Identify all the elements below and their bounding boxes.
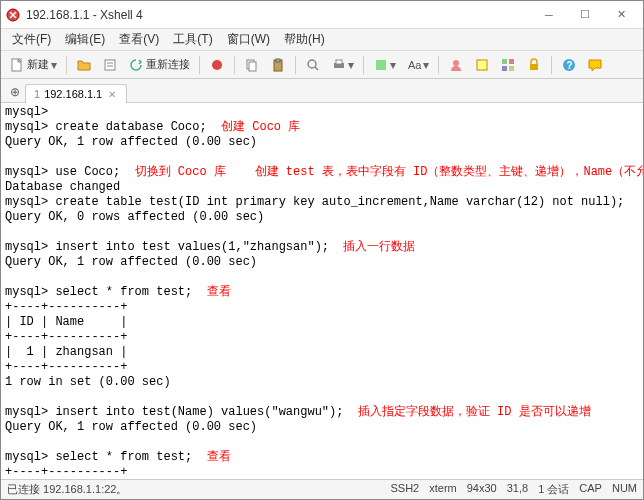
find-button[interactable]: [301, 54, 325, 76]
separator: [199, 56, 200, 74]
reconnect-icon: [128, 57, 144, 73]
status-connection: 已连接 192.168.1.1:22。: [7, 482, 390, 497]
open-button[interactable]: [72, 54, 96, 76]
lock-icon: [526, 57, 542, 73]
separator: [551, 56, 552, 74]
help-icon: ?: [561, 57, 577, 73]
search-icon: [305, 57, 321, 73]
tab-close-icon[interactable]: ✕: [106, 89, 118, 100]
script-button[interactable]: [470, 54, 494, 76]
user-icon: [448, 57, 464, 73]
reconnect-button[interactable]: 重新连接: [124, 54, 194, 76]
svg-rect-21: [509, 66, 514, 71]
new-button[interactable]: 新建 ▾: [5, 54, 61, 76]
color-icon: [373, 57, 389, 73]
status-term: xterm: [429, 482, 457, 497]
disconnect-button[interactable]: [205, 54, 229, 76]
user-button[interactable]: [444, 54, 468, 76]
maximize-button[interactable]: ☐: [567, 3, 603, 27]
paste-icon: [270, 57, 286, 73]
svg-point-5: [212, 60, 222, 70]
terminal[interactable]: mysql> mysql> create database Coco; 创建 C…: [1, 103, 643, 479]
menu-window[interactable]: 窗口(W): [220, 29, 277, 50]
tab-title: 192.168.1.1: [44, 88, 102, 100]
separator: [363, 56, 364, 74]
separator: [234, 56, 235, 74]
new-icon: [9, 57, 25, 73]
minimize-button[interactable]: ─: [531, 3, 567, 27]
print-button[interactable]: ▾: [327, 54, 358, 76]
svg-rect-19: [509, 59, 514, 64]
folder-icon: [76, 57, 92, 73]
window-title: 192.168.1.1 - Xshell 4: [26, 8, 531, 22]
svg-point-10: [308, 60, 316, 68]
svg-rect-20: [502, 66, 507, 71]
status-cursor: 31,8: [507, 482, 528, 497]
separator: [438, 56, 439, 74]
titlebar: 192.168.1.1 - Xshell 4 ─ ☐ ✕: [1, 1, 643, 29]
font-button[interactable]: Aa▾: [402, 54, 433, 76]
properties-icon: [102, 57, 118, 73]
svg-point-16: [453, 60, 459, 66]
lock-button[interactable]: [522, 54, 546, 76]
paste-button[interactable]: [266, 54, 290, 76]
font-icon: Aa: [406, 57, 422, 73]
chat-icon: [587, 57, 603, 73]
tab-number: 1: [34, 88, 40, 100]
copy-button[interactable]: [240, 54, 264, 76]
svg-line-11: [315, 67, 318, 70]
grid-button[interactable]: [496, 54, 520, 76]
svg-text:?: ?: [567, 60, 573, 71]
add-tab-button[interactable]: ⊕: [5, 82, 25, 102]
menu-edit[interactable]: 编辑(E): [58, 29, 112, 50]
menu-file[interactable]: 文件(F): [5, 29, 58, 50]
separator: [66, 56, 67, 74]
svg-rect-17: [477, 60, 487, 70]
disconnect-icon: [209, 57, 225, 73]
status-num: NUM: [612, 482, 637, 497]
grid-icon: [500, 57, 516, 73]
chat-button[interactable]: [583, 54, 607, 76]
menu-help[interactable]: 帮助(H): [277, 29, 332, 50]
print-icon: [331, 57, 347, 73]
script-icon: [474, 57, 490, 73]
status-protocol: SSH2: [390, 482, 419, 497]
svg-rect-2: [105, 60, 115, 70]
svg-rect-13: [336, 60, 342, 64]
app-icon: [5, 7, 21, 23]
session-tab[interactable]: 1 192.168.1.1 ✕: [25, 84, 127, 103]
status-size: 94x30: [467, 482, 497, 497]
svg-rect-7: [249, 62, 256, 71]
status-sessions: 1 会话: [538, 482, 569, 497]
menubar: 文件(F) 编辑(E) 查看(V) 工具(T) 窗口(W) 帮助(H): [1, 29, 643, 51]
copy-icon: [244, 57, 260, 73]
statusbar: 已连接 192.168.1.1:22。 SSH2 xterm 94x30 31,…: [1, 479, 643, 499]
separator: [295, 56, 296, 74]
close-button[interactable]: ✕: [603, 3, 639, 27]
svg-rect-9: [276, 59, 280, 62]
status-cap: CAP: [579, 482, 602, 497]
color-button[interactable]: ▾: [369, 54, 400, 76]
help-button[interactable]: ?: [557, 54, 581, 76]
toolbar: 新建 ▾ 重新连接 ▾ ▾ Aa▾ ?: [1, 51, 643, 79]
svg-text:Aa: Aa: [408, 59, 422, 71]
svg-rect-14: [376, 60, 386, 70]
svg-rect-22: [530, 64, 538, 70]
tab-strip: ⊕ 1 192.168.1.1 ✕: [1, 79, 643, 103]
menu-view[interactable]: 查看(V): [112, 29, 166, 50]
menu-tools[interactable]: 工具(T): [166, 29, 219, 50]
svg-rect-18: [502, 59, 507, 64]
properties-button[interactable]: [98, 54, 122, 76]
